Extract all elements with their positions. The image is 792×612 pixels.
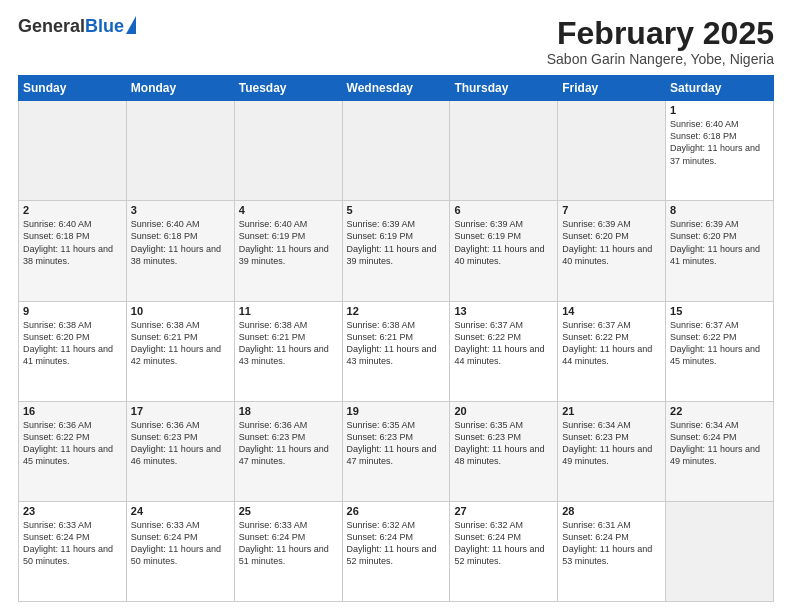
day-number: 18 xyxy=(239,405,338,417)
calendar-cell: 10Sunrise: 6:38 AMSunset: 6:21 PMDayligh… xyxy=(126,301,234,401)
calendar-cell: 13Sunrise: 6:37 AMSunset: 6:22 PMDayligh… xyxy=(450,301,558,401)
day-number: 20 xyxy=(454,405,553,417)
day-number: 6 xyxy=(454,204,553,216)
calendar-cell: 18Sunrise: 6:36 AMSunset: 6:23 PMDayligh… xyxy=(234,401,342,501)
calendar-table: SundayMondayTuesdayWednesdayThursdayFrid… xyxy=(18,75,774,602)
week-row-2: 2Sunrise: 6:40 AMSunset: 6:18 PMDaylight… xyxy=(19,201,774,301)
calendar-cell: 26Sunrise: 6:32 AMSunset: 6:24 PMDayligh… xyxy=(342,501,450,601)
calendar-cell: 6Sunrise: 6:39 AMSunset: 6:19 PMDaylight… xyxy=(450,201,558,301)
cell-info: Sunrise: 6:31 AMSunset: 6:24 PMDaylight:… xyxy=(562,519,661,568)
cell-info: Sunrise: 6:36 AMSunset: 6:22 PMDaylight:… xyxy=(23,419,122,468)
calendar-cell: 9Sunrise: 6:38 AMSunset: 6:20 PMDaylight… xyxy=(19,301,127,401)
location: Sabon Garin Nangere, Yobe, Nigeria xyxy=(547,51,774,67)
col-header-saturday: Saturday xyxy=(666,76,774,101)
day-number: 2 xyxy=(23,204,122,216)
week-row-3: 9Sunrise: 6:38 AMSunset: 6:20 PMDaylight… xyxy=(19,301,774,401)
day-number: 25 xyxy=(239,505,338,517)
cell-info: Sunrise: 6:36 AMSunset: 6:23 PMDaylight:… xyxy=(239,419,338,468)
cell-info: Sunrise: 6:39 AMSunset: 6:20 PMDaylight:… xyxy=(562,218,661,267)
calendar-cell: 4Sunrise: 6:40 AMSunset: 6:19 PMDaylight… xyxy=(234,201,342,301)
calendar-cell: 19Sunrise: 6:35 AMSunset: 6:23 PMDayligh… xyxy=(342,401,450,501)
col-header-wednesday: Wednesday xyxy=(342,76,450,101)
calendar-cell xyxy=(342,101,450,201)
calendar-cell: 22Sunrise: 6:34 AMSunset: 6:24 PMDayligh… xyxy=(666,401,774,501)
cell-info: Sunrise: 6:40 AMSunset: 6:19 PMDaylight:… xyxy=(239,218,338,267)
day-number: 14 xyxy=(562,305,661,317)
logo: General Blue xyxy=(18,16,136,37)
col-header-tuesday: Tuesday xyxy=(234,76,342,101)
col-header-sunday: Sunday xyxy=(19,76,127,101)
day-number: 27 xyxy=(454,505,553,517)
logo-triangle-icon xyxy=(126,16,136,34)
calendar-cell: 11Sunrise: 6:38 AMSunset: 6:21 PMDayligh… xyxy=(234,301,342,401)
calendar-cell: 12Sunrise: 6:38 AMSunset: 6:21 PMDayligh… xyxy=(342,301,450,401)
cell-info: Sunrise: 6:39 AMSunset: 6:19 PMDaylight:… xyxy=(347,218,446,267)
calendar-cell: 15Sunrise: 6:37 AMSunset: 6:22 PMDayligh… xyxy=(666,301,774,401)
day-number: 11 xyxy=(239,305,338,317)
day-number: 9 xyxy=(23,305,122,317)
calendar-cell: 25Sunrise: 6:33 AMSunset: 6:24 PMDayligh… xyxy=(234,501,342,601)
calendar-cell xyxy=(558,101,666,201)
calendar-header-row: SundayMondayTuesdayWednesdayThursdayFrid… xyxy=(19,76,774,101)
cell-info: Sunrise: 6:38 AMSunset: 6:21 PMDaylight:… xyxy=(239,319,338,368)
day-number: 4 xyxy=(239,204,338,216)
cell-info: Sunrise: 6:35 AMSunset: 6:23 PMDaylight:… xyxy=(347,419,446,468)
week-row-1: 1Sunrise: 6:40 AMSunset: 6:18 PMDaylight… xyxy=(19,101,774,201)
cell-info: Sunrise: 6:32 AMSunset: 6:24 PMDaylight:… xyxy=(454,519,553,568)
calendar-cell xyxy=(666,501,774,601)
calendar-cell: 2Sunrise: 6:40 AMSunset: 6:18 PMDaylight… xyxy=(19,201,127,301)
page: General Blue February 2025 Sabon Garin N… xyxy=(0,0,792,612)
calendar-cell: 5Sunrise: 6:39 AMSunset: 6:19 PMDaylight… xyxy=(342,201,450,301)
logo-blue: Blue xyxy=(85,16,124,37)
day-number: 16 xyxy=(23,405,122,417)
cell-info: Sunrise: 6:40 AMSunset: 6:18 PMDaylight:… xyxy=(131,218,230,267)
day-number: 28 xyxy=(562,505,661,517)
cell-info: Sunrise: 6:35 AMSunset: 6:23 PMDaylight:… xyxy=(454,419,553,468)
week-row-5: 23Sunrise: 6:33 AMSunset: 6:24 PMDayligh… xyxy=(19,501,774,601)
calendar-cell: 3Sunrise: 6:40 AMSunset: 6:18 PMDaylight… xyxy=(126,201,234,301)
calendar-cell xyxy=(19,101,127,201)
day-number: 8 xyxy=(670,204,769,216)
day-number: 26 xyxy=(347,505,446,517)
calendar-cell: 24Sunrise: 6:33 AMSunset: 6:24 PMDayligh… xyxy=(126,501,234,601)
day-number: 12 xyxy=(347,305,446,317)
calendar-cell: 16Sunrise: 6:36 AMSunset: 6:22 PMDayligh… xyxy=(19,401,127,501)
cell-info: Sunrise: 6:40 AMSunset: 6:18 PMDaylight:… xyxy=(670,118,769,167)
header: General Blue February 2025 Sabon Garin N… xyxy=(18,16,774,67)
cell-info: Sunrise: 6:33 AMSunset: 6:24 PMDaylight:… xyxy=(23,519,122,568)
day-number: 5 xyxy=(347,204,446,216)
day-number: 17 xyxy=(131,405,230,417)
header-right: February 2025 Sabon Garin Nangere, Yobe,… xyxy=(547,16,774,67)
cell-info: Sunrise: 6:32 AMSunset: 6:24 PMDaylight:… xyxy=(347,519,446,568)
col-header-friday: Friday xyxy=(558,76,666,101)
day-number: 24 xyxy=(131,505,230,517)
cell-info: Sunrise: 6:40 AMSunset: 6:18 PMDaylight:… xyxy=(23,218,122,267)
calendar-cell xyxy=(450,101,558,201)
day-number: 22 xyxy=(670,405,769,417)
cell-info: Sunrise: 6:36 AMSunset: 6:23 PMDaylight:… xyxy=(131,419,230,468)
week-row-4: 16Sunrise: 6:36 AMSunset: 6:22 PMDayligh… xyxy=(19,401,774,501)
cell-info: Sunrise: 6:39 AMSunset: 6:19 PMDaylight:… xyxy=(454,218,553,267)
cell-info: Sunrise: 6:33 AMSunset: 6:24 PMDaylight:… xyxy=(239,519,338,568)
calendar-cell: 14Sunrise: 6:37 AMSunset: 6:22 PMDayligh… xyxy=(558,301,666,401)
cell-info: Sunrise: 6:34 AMSunset: 6:24 PMDaylight:… xyxy=(670,419,769,468)
calendar-cell: 23Sunrise: 6:33 AMSunset: 6:24 PMDayligh… xyxy=(19,501,127,601)
col-header-monday: Monday xyxy=(126,76,234,101)
day-number: 13 xyxy=(454,305,553,317)
month-title: February 2025 xyxy=(547,16,774,51)
calendar-cell: 1Sunrise: 6:40 AMSunset: 6:18 PMDaylight… xyxy=(666,101,774,201)
cell-info: Sunrise: 6:37 AMSunset: 6:22 PMDaylight:… xyxy=(670,319,769,368)
cell-info: Sunrise: 6:38 AMSunset: 6:21 PMDaylight:… xyxy=(131,319,230,368)
cell-info: Sunrise: 6:34 AMSunset: 6:23 PMDaylight:… xyxy=(562,419,661,468)
day-number: 19 xyxy=(347,405,446,417)
cell-info: Sunrise: 6:37 AMSunset: 6:22 PMDaylight:… xyxy=(454,319,553,368)
calendar-cell xyxy=(126,101,234,201)
cell-info: Sunrise: 6:39 AMSunset: 6:20 PMDaylight:… xyxy=(670,218,769,267)
day-number: 1 xyxy=(670,104,769,116)
calendar-cell: 28Sunrise: 6:31 AMSunset: 6:24 PMDayligh… xyxy=(558,501,666,601)
col-header-thursday: Thursday xyxy=(450,76,558,101)
day-number: 15 xyxy=(670,305,769,317)
cell-info: Sunrise: 6:38 AMSunset: 6:20 PMDaylight:… xyxy=(23,319,122,368)
calendar-cell: 21Sunrise: 6:34 AMSunset: 6:23 PMDayligh… xyxy=(558,401,666,501)
cell-info: Sunrise: 6:33 AMSunset: 6:24 PMDaylight:… xyxy=(131,519,230,568)
